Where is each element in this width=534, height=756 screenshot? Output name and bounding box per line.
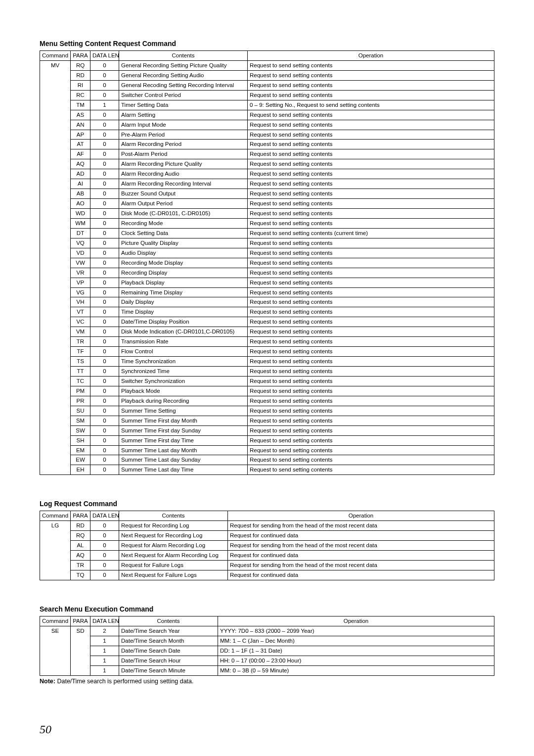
cell-datalen: 0 — [90, 570, 119, 580]
table-row: AB0Buzzer Sound OutputRequest to send se… — [40, 189, 494, 199]
table-row: TM1Timer Setting Data0 – 9: Setting No.,… — [40, 100, 494, 110]
cell-operation: Request to send setting contents — [248, 357, 494, 367]
cell-para: RC — [71, 90, 90, 100]
cell-contents: Alarm Recording Picture Quality — [119, 159, 248, 169]
cell-operation: Request to send setting contents — [248, 317, 494, 327]
cell-datalen: 0 — [90, 140, 119, 149]
section-title-1: Menu Setting Content Request Command — [40, 40, 494, 47]
cell-operation: Request to send setting contents — [248, 435, 494, 445]
cell-contents: Playback Display — [119, 278, 248, 287]
table-row: VQ0Picture Quality DisplayRequest to sen… — [40, 238, 494, 248]
cell-operation: Request to send setting contents — [248, 169, 494, 179]
table-row: SU0Summer Time SettingRequest to send se… — [40, 406, 494, 416]
cell-contents: Recording Mode — [119, 218, 248, 228]
cell-operation: Request for continued data — [228, 570, 494, 580]
table-row: AI0Alarm Recording Recording IntervalReq… — [40, 179, 494, 189]
cell-datalen: 0 — [90, 189, 119, 199]
cell-para: VR — [71, 268, 90, 278]
table-row: VH0Daily DisplayRequest to send setting … — [40, 297, 494, 307]
th-datalen: DATA LEN — [90, 511, 119, 521]
cell-contents: Summer Time First day Sunday — [119, 425, 248, 435]
cell-operation: HH: 0 – 17 (00:00 – 23:00 Hour) — [218, 656, 494, 665]
cell-contents: Request for Alarm Recording Log — [119, 541, 228, 551]
cell-contents: Next Request for Recording Log — [119, 531, 228, 541]
cell-datalen: 0 — [90, 307, 119, 317]
cell-datalen: 0 — [90, 551, 119, 561]
cell-operation: Request to send setting contents — [248, 455, 494, 465]
cell-operation: Request to send setting contents — [248, 327, 494, 337]
table-row: EH0Summer Time Last day TimeRequest to s… — [40, 465, 494, 475]
table-row: 1Date/Time Search MonthMM: 1 – C (Jan – … — [40, 636, 494, 646]
table-row: MVRQ0General Recording Setting Picture Q… — [40, 60, 494, 70]
cell-datalen: 0 — [90, 238, 119, 248]
cell-para: SM — [71, 416, 90, 425]
table-row: AD0Alarm Recording AudioRequest to send … — [40, 169, 494, 179]
cell-para: TR — [71, 561, 90, 570]
cell-datalen: 1 — [90, 636, 119, 646]
table-row: AO0Alarm Output PeriodRequest to send se… — [40, 199, 494, 209]
note-label: Note: — [40, 678, 55, 685]
cell-operation: Request to send setting contents — [248, 218, 494, 228]
cell-contents: Time Display — [119, 307, 248, 317]
cell-contents: Clock Setting Data — [119, 228, 248, 238]
cell-datalen: 0 — [90, 70, 119, 80]
cell-operation: Request to send setting contents — [248, 268, 494, 278]
table-row: LGRD0Request for Recording LogRequest fo… — [40, 521, 494, 531]
cell-para: PR — [71, 396, 90, 406]
cell-datalen: 0 — [90, 120, 119, 130]
cell-contents: Alarm Recording Recording Interval — [119, 179, 248, 189]
cell-datalen: 0 — [90, 357, 119, 367]
cell-operation: Request to send setting contents — [248, 258, 494, 268]
cell-para: TM — [71, 100, 90, 110]
table-row: TF0Flow ControlRequest to send setting c… — [40, 347, 494, 357]
cell-datalen: 0 — [90, 90, 119, 100]
cell-datalen: 0 — [90, 317, 119, 327]
cell-para: VG — [71, 287, 90, 297]
cell-datalen: 0 — [90, 268, 119, 278]
table-row: AF0Post-Alarm PeriodRequest to send sett… — [40, 149, 494, 159]
cell-para: SD — [71, 626, 90, 675]
cell-operation: Request to send setting contents — [248, 287, 494, 297]
cell-para: TS — [71, 357, 90, 367]
table-row: EM0Summer Time Last day MonthRequest to … — [40, 445, 494, 455]
cell-operation: Request to send setting contents — [248, 189, 494, 199]
cell-datalen: 0 — [90, 199, 119, 209]
cell-para: VD — [71, 248, 90, 258]
cell-para: RQ — [71, 531, 90, 541]
cell-contents: Date/Time Search Minute — [119, 665, 218, 675]
cell-datalen: 1 — [90, 665, 119, 675]
cell-datalen: 0 — [90, 396, 119, 406]
cell-operation: Request to send setting contents — [248, 386, 494, 396]
cell-contents: Buzzer Sound Output — [119, 189, 248, 199]
cell-contents: Alarm Recording Period — [119, 140, 248, 149]
cell-para: PM — [71, 386, 90, 396]
table-row: AT0Alarm Recording PeriodRequest to send… — [40, 140, 494, 149]
cell-operation: Request to send setting contents — [248, 60, 494, 70]
table-search-menu: Command PARA DATA LEN Contents Operation… — [40, 616, 494, 676]
cell-contents: Alarm Recording Audio — [119, 169, 248, 179]
cell-operation: Request for sending from the head of the… — [228, 561, 494, 570]
cell-para: TT — [71, 367, 90, 377]
cell-para: TF — [71, 347, 90, 357]
table-row: SM0Summer Time First day MonthRequest to… — [40, 416, 494, 425]
cell-para: AI — [71, 179, 90, 189]
cell-datalen: 0 — [90, 416, 119, 425]
cell-operation: 0 – 9: Setting No., Request to send sett… — [248, 100, 494, 110]
cell-para: VH — [71, 297, 90, 307]
cell-para: RQ — [71, 60, 90, 70]
cell-operation: Request to send setting contents — [248, 130, 494, 140]
cell-datalen: 0 — [90, 179, 119, 189]
table-log-request: Command PARA DATA LEN Contents Operation… — [40, 511, 494, 580]
th-contents: Contents — [119, 616, 218, 626]
table-row: VM0Disk Mode Indication (C-DR0101,C-DR01… — [40, 327, 494, 337]
th-command: Command — [40, 616, 71, 626]
cell-datalen: 0 — [90, 218, 119, 228]
cell-datalen: 0 — [90, 130, 119, 140]
cell-datalen: 0 — [90, 297, 119, 307]
cell-datalen: 0 — [90, 531, 119, 541]
cell-para: WD — [71, 209, 90, 219]
cell-datalen: 0 — [90, 60, 119, 70]
cell-contents: Date/Time Display Position — [119, 317, 248, 327]
cell-para: AT — [71, 140, 90, 149]
cell-command: MV — [40, 60, 71, 474]
